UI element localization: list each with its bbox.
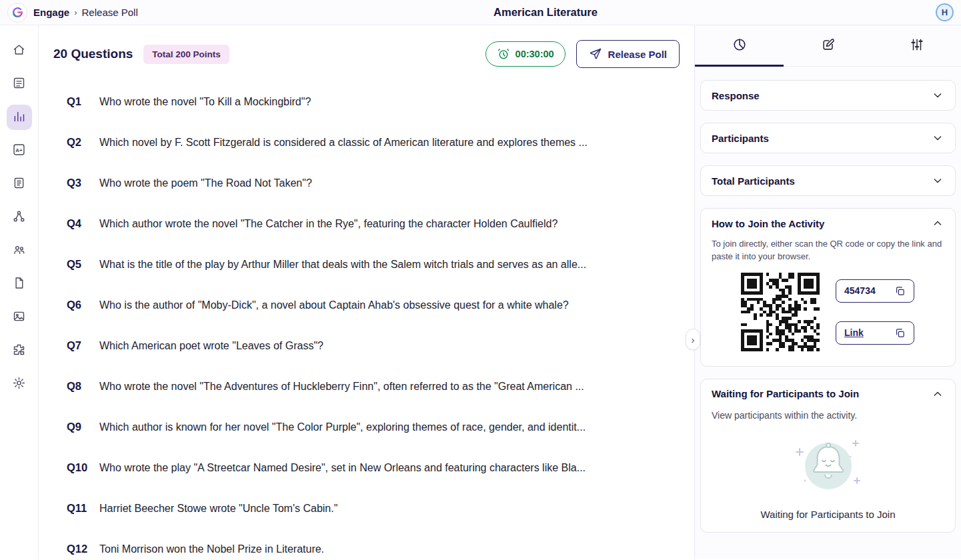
right-panel: Response Participants Total Participants	[694, 25, 961, 559]
question-row[interactable]: Q7Which American poet wrote "Leaves of G…	[53, 325, 680, 366]
question-number: Q2	[67, 136, 99, 149]
join-code-value: 454734	[844, 285, 876, 296]
question-number: Q4	[67, 217, 99, 230]
breadcrumb-app-link[interactable]: Engage	[33, 7, 69, 18]
plugins-icon	[12, 343, 26, 359]
question-text: Which author wrote the novel "The Catche…	[99, 218, 558, 230]
how-to-join-section-header[interactable]: How to Join the Activity	[701, 209, 955, 238]
release-poll-label: Release Poll	[608, 49, 667, 60]
svg-text:A+: A+	[15, 147, 23, 153]
question-text: Who wrote the poem "The Road Not Taken"?	[99, 177, 312, 189]
sidebar-item-library[interactable]	[7, 71, 32, 97]
bell-illustration	[712, 429, 944, 502]
home-icon	[12, 43, 26, 59]
question-row[interactable]: Q11Harriet Beecher Stowe wrote "Uncle To…	[53, 488, 680, 529]
sidebar-item-home[interactable]	[7, 38, 32, 63]
question-number: Q12	[67, 543, 99, 555]
tab-edit[interactable]	[784, 25, 872, 66]
question-number: Q6	[67, 299, 99, 311]
question-list: Q1Who wrote the novel "To Kill a Mocking…	[53, 81, 680, 559]
hierarchy-icon	[12, 209, 26, 226]
copy-icon	[894, 285, 906, 297]
groups-icon	[12, 243, 26, 259]
timer-button[interactable]: 00:30:00	[486, 41, 566, 67]
sidebar-item-groups[interactable]	[7, 238, 32, 263]
sliders-icon	[910, 37, 924, 55]
page-title: American Literature	[494, 6, 598, 19]
tab-settings[interactable]	[872, 25, 961, 66]
join-link-label: Link	[844, 327, 864, 338]
question-text: What is the title of the play by Arthur …	[99, 259, 586, 271]
sidebar-item-plugins[interactable]	[7, 338, 32, 363]
sidebar-item-settings[interactable]	[7, 371, 32, 397]
question-row[interactable]: Q6Who is the author of "Moby-Dick", a no…	[53, 285, 680, 325]
edit-icon	[821, 37, 836, 55]
join-instructions-text: To join directly, either scan the QR cod…	[712, 238, 944, 263]
question-row[interactable]: Q9Which author is known for her novel "T…	[53, 407, 680, 447]
participants-section-header[interactable]: Participants	[701, 123, 955, 153]
analytics-icon	[12, 109, 26, 126]
user-avatar[interactable]: H	[936, 3, 954, 21]
breadcrumb-current-page: Release Poll	[82, 7, 138, 18]
waiting-section-title: Waiting for Participants to Join	[712, 388, 859, 399]
question-text: Who wrote the play "A Streetcar Named De…	[99, 462, 586, 474]
release-poll-button[interactable]: Release Poll	[576, 40, 680, 68]
frame-icon	[12, 309, 26, 326]
alarm-clock-icon	[497, 47, 510, 61]
question-row[interactable]: Q5What is the title of the play by Arthu…	[53, 244, 680, 285]
waiting-section-header[interactable]: Waiting for Participants to Join	[701, 379, 955, 409]
notes-icon	[12, 176, 26, 193]
question-number: Q8	[67, 380, 99, 393]
question-row[interactable]: Q8Who wrote the novel "The Adventures of…	[53, 366, 680, 407]
question-row[interactable]: Q2Which novel by F. Scott Fitzgerald is …	[53, 122, 680, 163]
question-row[interactable]: Q12Toni Morrison won the Nobel Prize in …	[53, 529, 680, 559]
grading-icon: A+	[12, 143, 26, 159]
question-row[interactable]: Q10Who wrote the play "A Streetcar Named…	[53, 447, 680, 488]
sidebar-item-pages[interactable]	[7, 271, 32, 297]
breadcrumb-separator: ›	[74, 7, 77, 17]
waiting-caption: Waiting for Participants to Join	[712, 509, 944, 520]
question-number: Q5	[67, 258, 99, 271]
question-text: Which American poet wrote "Leaves of Gra…	[99, 340, 323, 352]
question-number: Q11	[67, 502, 99, 515]
question-text: Which novel by F. Scott Fitzgerald is co…	[99, 137, 588, 149]
pages-icon	[12, 276, 26, 293]
sidebar-item-hierarchy[interactable]	[7, 205, 32, 230]
how-to-join-section-title: How to Join the Activity	[712, 218, 824, 229]
total-participants-section-header[interactable]: Total Participants	[701, 166, 955, 195]
question-row[interactable]: Q3Who wrote the poem "The Road Not Taken…	[53, 163, 680, 203]
copy-icon	[894, 327, 906, 339]
panel-collapse-handle[interactable]: ›	[686, 329, 700, 350]
participants-section: Participants	[700, 123, 956, 153]
waiting-description: View participants within the activity.	[712, 410, 944, 421]
settings-icon	[12, 376, 26, 393]
app-logo-icon[interactable]	[7, 3, 27, 23]
question-text: Which author is known for her novel "The…	[99, 421, 586, 433]
response-section: Response	[700, 80, 956, 111]
question-count-label: 20 Questions	[53, 47, 133, 61]
how-to-join-body: To join directly, either scan the QR cod…	[701, 238, 955, 366]
response-section-header[interactable]: Response	[701, 81, 955, 110]
response-section-title: Response	[712, 90, 760, 101]
sidebar-item-analytics[interactable]	[7, 105, 32, 130]
question-row[interactable]: Q1Who wrote the novel "To Kill a Mocking…	[53, 81, 680, 122]
participants-section-title: Participants	[712, 133, 769, 144]
question-number: Q9	[67, 421, 99, 433]
pie-chart-icon	[732, 37, 747, 55]
join-code-copy-button[interactable]: 454734	[836, 279, 914, 303]
sidebar-item-notes[interactable]	[7, 171, 32, 197]
left-sidebar: A+	[0, 25, 39, 559]
tab-results[interactable]	[695, 25, 784, 66]
waiting-body: View participants within the activity.	[701, 410, 955, 532]
question-text: Toni Morrison won the Nobel Prize in Lit…	[99, 543, 324, 555]
qr-code	[741, 273, 820, 351]
timer-value: 00:30:00	[516, 49, 554, 59]
sidebar-item-frame[interactable]	[7, 305, 32, 330]
join-link-copy-button[interactable]: Link	[836, 321, 914, 345]
chevron-down-icon	[931, 174, 944, 187]
total-points-badge: Total 200 Points	[143, 45, 229, 64]
top-bar: Engage › Release Poll American Literatur…	[0, 0, 961, 25]
question-row[interactable]: Q4Which author wrote the novel "The Catc…	[53, 203, 680, 244]
main-content: 20 Questions Total 200 Points 00:30:00	[39, 25, 694, 559]
sidebar-item-grading[interactable]: A+	[7, 138, 32, 163]
